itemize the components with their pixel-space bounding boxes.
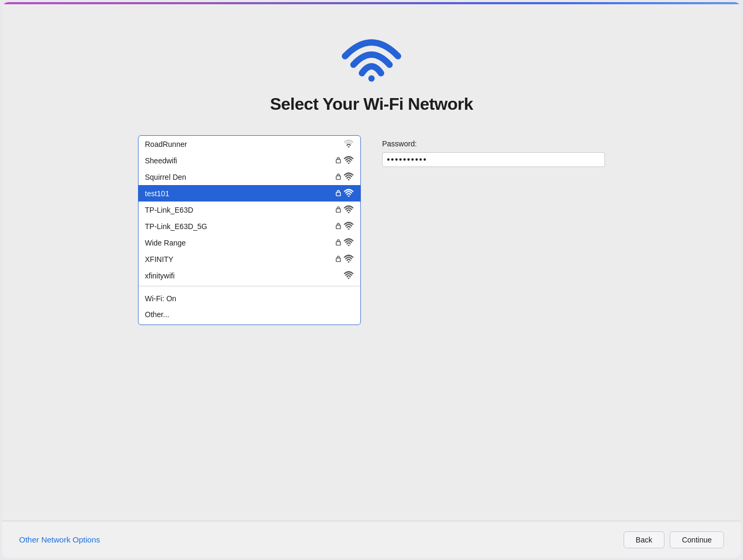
svg-point-16 [348, 278, 350, 279]
network-name: Squirrel Den [145, 173, 335, 181]
wifi-icon [340, 34, 403, 82]
wifi-signal-icon [343, 188, 354, 198]
svg-point-1 [348, 146, 350, 148]
wifi-signal-icon [343, 238, 354, 248]
svg-rect-14 [336, 258, 341, 261]
continue-button[interactable]: Continue [670, 531, 724, 548]
network-name: TP-Link_E63D_5G [145, 222, 335, 231]
lock-icon [335, 156, 341, 165]
wifi-signal-icon [343, 221, 354, 231]
network-footer: Wi-Fi: On Other... [139, 288, 360, 325]
wifi-signal-icon [343, 205, 354, 215]
svg-point-0 [368, 75, 375, 82]
other-network-item[interactable]: Other... [139, 307, 360, 322]
network-area: RoadRunnerSheedwifi Squirrel Den test101… [138, 135, 605, 325]
wifi-signal-icon [343, 139, 354, 149]
password-area: Password: [382, 135, 605, 167]
network-item[interactable]: xfinitywifi [139, 267, 360, 284]
wifi-on-item[interactable]: Wi-Fi: On [139, 291, 360, 307]
lock-icon [335, 173, 341, 181]
password-input[interactable] [382, 152, 605, 167]
svg-point-11 [348, 229, 350, 230]
wifi-signal-icon [343, 254, 354, 264]
wifi-signal-icon [343, 155, 354, 165]
svg-point-7 [348, 196, 350, 197]
lock-icon [335, 222, 341, 231]
lock-icon [335, 189, 341, 198]
network-name: test101 [145, 189, 335, 198]
svg-rect-12 [336, 241, 341, 245]
network-item[interactable]: test101 [139, 185, 360, 202]
network-name: XFINITY [145, 255, 335, 264]
svg-point-15 [348, 261, 350, 263]
network-item[interactable]: TP-Link_E63D_5G [139, 218, 360, 234]
svg-point-9 [348, 212, 350, 214]
bottom-bar: Other Network Options Back Continue [2, 521, 741, 558]
page-title: Select Your Wi-Fi Network [270, 94, 473, 114]
network-item[interactable]: Sheedwifi [139, 152, 360, 169]
wifi-signal-icon [343, 270, 354, 281]
network-item[interactable]: XFINITY [139, 251, 360, 267]
list-divider [139, 286, 360, 286]
back-button[interactable]: Back [624, 531, 664, 548]
svg-point-13 [348, 245, 350, 247]
network-item[interactable]: TP-Link_E63D [139, 202, 360, 218]
main-content: Select Your Wi-Fi Network RoadRunnerShee… [2, 2, 741, 521]
network-item[interactable]: Squirrel Den [139, 169, 360, 185]
network-name: RoadRunner [145, 140, 343, 148]
network-name: TP-Link_E63D [145, 206, 335, 214]
other-network-options-link[interactable]: Other Network Options [19, 535, 100, 544]
password-label: Password: [382, 139, 605, 148]
svg-rect-10 [336, 225, 341, 229]
svg-rect-2 [336, 159, 341, 163]
bottom-buttons: Back Continue [624, 531, 724, 548]
svg-rect-6 [336, 192, 341, 196]
svg-rect-4 [336, 176, 341, 179]
network-item[interactable]: Wide Range [139, 234, 360, 251]
network-item[interactable]: RoadRunner [139, 136, 360, 152]
svg-rect-8 [336, 208, 341, 212]
lock-icon [335, 239, 341, 247]
network-list: RoadRunnerSheedwifi Squirrel Den test101… [138, 135, 361, 325]
network-name: xfinitywifi [145, 272, 343, 280]
network-name: Sheedwifi [145, 156, 335, 165]
lock-icon [335, 206, 341, 214]
lock-icon [335, 255, 341, 264]
setup-window: Select Your Wi-Fi Network RoadRunnerShee… [2, 2, 741, 558]
network-name: Wide Range [145, 239, 335, 247]
wifi-signal-icon [343, 172, 354, 182]
svg-point-5 [348, 179, 350, 181]
svg-point-3 [348, 163, 350, 164]
